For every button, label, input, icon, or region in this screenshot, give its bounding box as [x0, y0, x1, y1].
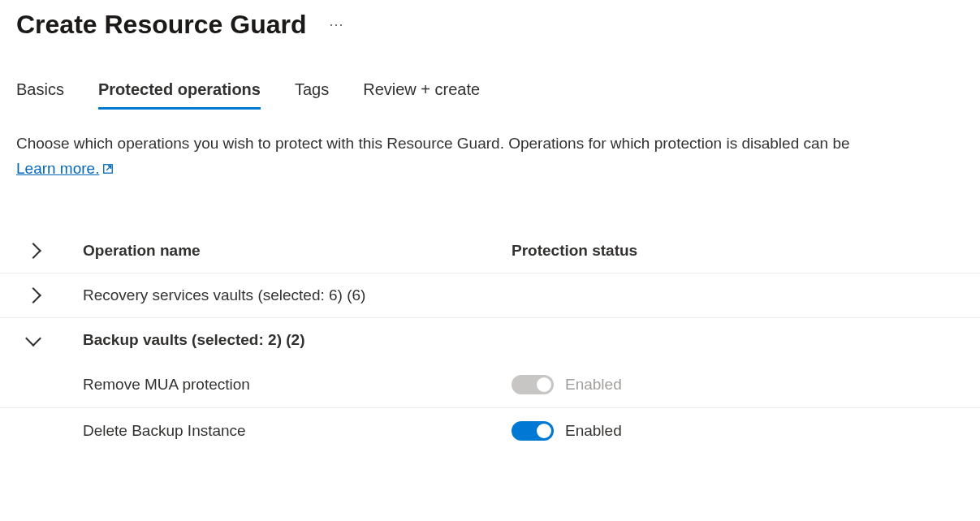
tab-protected-operations[interactable]: Protected operations [98, 80, 261, 110]
toggle-knob [537, 377, 551, 392]
learn-more-label: Learn more. [16, 157, 99, 181]
status-label: Enabled [565, 422, 622, 440]
description-block: Choose which operations you wish to prot… [0, 110, 980, 180]
operation-name: Remove MUA protection [73, 376, 512, 394]
operation-status-cell: Enabled [512, 421, 964, 441]
chevron-down-icon [25, 330, 41, 347]
chevron-right-icon [25, 243, 41, 259]
group-backup-vaults[interactable]: Backup vaults (selected: 2) (2) [0, 318, 980, 362]
operation-status-cell: Enabled [512, 375, 964, 394]
group-label: Recovery services vaults (selected: 6) (… [73, 286, 512, 304]
status-label: Enabled [565, 376, 622, 394]
expand-all-toggle[interactable] [16, 245, 73, 256]
table-header-row: Operation name Protection status [0, 229, 980, 273]
chevron-right-icon [25, 287, 41, 304]
tab-basics[interactable]: Basics [16, 80, 64, 110]
protection-toggle [512, 375, 554, 394]
page-title: Create Resource Guard [16, 10, 306, 40]
page-header: Create Resource Guard ··· [0, 0, 980, 40]
operation-row-remove-mua: Remove MUA protection Enabled [0, 362, 980, 408]
column-operation-name: Operation name [73, 242, 512, 260]
group-label: Backup vaults (selected: 2) (2) [73, 331, 512, 349]
tab-bar: Basics Protected operations Tags Review … [0, 40, 980, 110]
more-icon[interactable]: ··· [329, 16, 343, 33]
group-recovery-services-vaults[interactable]: Recovery services vaults (selected: 6) (… [0, 273, 980, 318]
protection-toggle[interactable] [512, 421, 554, 441]
operation-row-delete-backup-instance: Delete Backup Instance Enabled [0, 408, 980, 454]
operation-name: Delete Backup Instance [73, 422, 512, 440]
external-link-icon [102, 163, 114, 174]
column-protection-status: Protection status [512, 242, 964, 260]
group-toggle[interactable] [16, 336, 73, 344]
description-text: Choose which operations you wish to prot… [16, 135, 850, 152]
toggle-knob [537, 424, 551, 438]
group-toggle[interactable] [16, 290, 73, 301]
tab-tags[interactable]: Tags [295, 80, 329, 110]
operations-table: Operation name Protection status Recover… [0, 229, 980, 454]
tab-review-create[interactable]: Review + create [363, 80, 480, 110]
learn-more-link[interactable]: Learn more. [16, 157, 114, 181]
